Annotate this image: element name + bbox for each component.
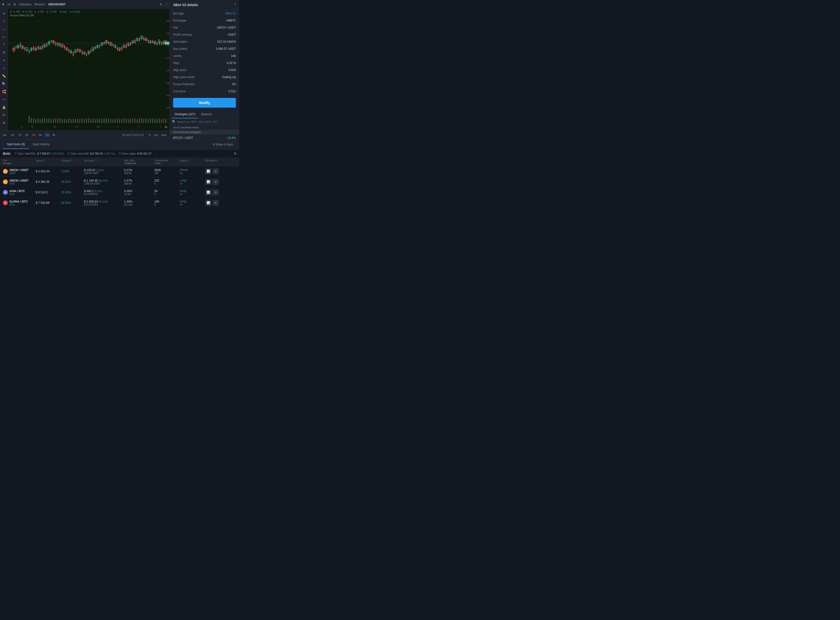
pair-type: DCA xyxy=(9,193,25,196)
change-pct: (+0.13%) xyxy=(69,10,80,13)
pair-type: DCA xyxy=(9,203,28,206)
high-price-mode-val: Trailing Up xyxy=(222,75,236,79)
col-transactions: Transactions Levels xyxy=(154,159,179,164)
tab-strategies[interactable]: Strategies (427) xyxy=(172,111,198,118)
lock-tool[interactable]: ✂ xyxy=(1,96,7,102)
pct-btn[interactable]: % xyxy=(148,133,152,137)
svg-rect-253 xyxy=(123,119,124,123)
value-cell: $ 4 025.44 xyxy=(36,170,60,173)
chart-action-btn[interactable]: 📊 xyxy=(205,189,211,196)
profit-help[interactable]: ⓘ xyxy=(68,152,70,155)
avg-cell: 0.26% 1m 6d xyxy=(124,190,154,196)
svg-rect-252 xyxy=(121,119,122,123)
text-tool[interactable]: T xyxy=(1,42,7,48)
hide-tool[interactable]: 🔒 xyxy=(1,104,7,110)
pair-name: AGIX / BTC xyxy=(9,190,25,193)
settings-tool[interactable]: ⚙ xyxy=(1,120,7,126)
step-val: 0.32 % xyxy=(227,61,236,65)
tf-1m[interactable]: 1m xyxy=(9,133,15,137)
horizontal-line-tool[interactable]: — xyxy=(1,26,7,32)
svg-text:2: 2 xyxy=(117,125,118,128)
chart-action-btn[interactable]: 📊 xyxy=(205,168,211,175)
tabs-bar: Spot bots (9) Spot history $ Share & Ear… xyxy=(0,139,239,150)
recommended-label: Recommended strategies xyxy=(170,130,239,134)
pump-protection-label: Pump Protection xyxy=(173,83,195,86)
actions-cell: 📊 ⊘ xyxy=(205,168,227,175)
draw-tool[interactable]: ✏ xyxy=(1,34,7,40)
svg-text:4: 4 xyxy=(160,125,161,128)
svg-rect-241 xyxy=(97,119,98,123)
candlestick-btn[interactable]: ⊞ xyxy=(14,3,16,6)
svg-rect-239 xyxy=(93,119,93,123)
chart-action-btn[interactable]: 📊 xyxy=(205,179,211,185)
profit-cell: $ 2 600.64 55.31% B 0.1137553 xyxy=(84,200,123,206)
backtest-month: Month xyxy=(173,126,181,129)
col-pair: Pair Bot type xyxy=(3,159,35,164)
tab-balance[interactable]: Balance xyxy=(198,111,215,118)
high-price-mode-row: High price mode Trailing Up xyxy=(170,74,239,81)
modify-button[interactable]: Modify xyxy=(173,98,236,108)
svg-rect-268 xyxy=(157,119,157,123)
stop-action-btn[interactable]: ⊘ xyxy=(212,179,219,185)
table-row: A ALPHA / BTC DCA $ 7 526.88 60.08% $ 2 … xyxy=(0,198,239,208)
strat-search: 🔍 xyxy=(170,119,239,125)
settings-icon[interactable]: ⚙ xyxy=(160,3,162,6)
profit-currency-row: Profit currency USDT xyxy=(170,31,239,38)
tab-spot-bots[interactable]: Spot bots (9) xyxy=(3,140,29,149)
log-btn[interactable]: log xyxy=(154,133,159,137)
svg-text:0.789: 0.789 xyxy=(165,42,169,44)
stop-action-btn[interactable]: ⊘ xyxy=(212,189,219,196)
avg-cell: 1.34% 1m 11d xyxy=(124,200,154,206)
zoom-tool[interactable]: 🔍 xyxy=(1,81,7,87)
strategy-item[interactable]: BTCST / USDT ↑ 13.5% xyxy=(170,134,239,139)
svg-rect-214 xyxy=(38,118,38,123)
svg-rect-270 xyxy=(161,119,162,123)
svg-rect-263 xyxy=(146,119,146,123)
help-icon[interactable]: ? xyxy=(234,3,236,7)
eye-tool[interactable]: 👁 xyxy=(1,112,7,118)
profit-pct: (+20.7%) xyxy=(104,152,115,155)
chart-settings-icon[interactable]: ⚙ xyxy=(164,125,167,129)
ruler-tool[interactable]: 📏 xyxy=(1,73,7,79)
tf-7d[interactable]: 7d xyxy=(17,133,22,137)
stop-action-btn[interactable]: ⊘ xyxy=(212,168,219,175)
pair-detail-label: Pair xyxy=(173,26,178,29)
svg-rect-257 xyxy=(132,118,133,123)
indicators-btn[interactable]: Indicators xyxy=(19,3,32,6)
tf-6h[interactable]: 6h xyxy=(38,133,43,137)
pair-cell: A ALPHA / BTC DCA xyxy=(3,200,35,206)
filter-button[interactable]: ⊞ xyxy=(234,152,236,155)
sell-orders-val: 517.19 1INCH xyxy=(217,40,236,44)
svg-rect-211 xyxy=(31,118,32,123)
tf-1d[interactable]: 1d xyxy=(31,133,36,137)
tab-spot-history[interactable]: Spot history xyxy=(29,140,53,149)
svg-rect-234 xyxy=(81,119,82,123)
emoji-tool[interactable]: ☺ xyxy=(1,65,7,71)
line-tool[interactable]: ↗ xyxy=(1,18,7,24)
sbot-title: SBot V2 details xyxy=(173,3,198,7)
svg-rect-100 xyxy=(86,53,87,56)
tf-3d[interactable]: 3d xyxy=(24,133,29,137)
col-bot-profit: Bot profit ⓘ xyxy=(84,159,123,164)
tf-1h-active[interactable]: 1h xyxy=(45,133,50,137)
strategy-pct: ↑ 13.5% xyxy=(225,136,236,139)
timeframe-btn[interactable]: 1h xyxy=(8,3,11,6)
tx-cell: 232 0 xyxy=(154,179,179,185)
fullscreen-icon[interactable]: ⛶ xyxy=(164,3,167,6)
fibonacci-tool[interactable]: ⚗ xyxy=(1,49,7,56)
crosshair-tool[interactable]: ✛ xyxy=(1,10,7,17)
pattern-tool[interactable]: ≡ xyxy=(1,57,7,63)
value-help[interactable]: ⓘ xyxy=(119,152,121,155)
chart-action-btn[interactable]: 📊 xyxy=(205,200,211,206)
toolbar-right: ⚙ ⛶ xyxy=(160,3,167,6)
search-input[interactable] xyxy=(177,120,237,123)
right-panel: SBot V2 details ? Bot type SBot V2 Excha… xyxy=(170,0,239,139)
magnet-tool[interactable]: 🧲 xyxy=(1,88,7,95)
tf-sync[interactable]: ⊠ xyxy=(52,133,56,137)
add-tool-btn[interactable]: ✚ xyxy=(2,3,5,6)
share-earn-button[interactable]: $ Share & Earn xyxy=(210,141,236,147)
pnl-help[interactable]: ⓘ xyxy=(14,152,17,155)
auto-btn[interactable]: auto xyxy=(160,133,167,137)
stop-action-btn[interactable]: ⊘ xyxy=(212,200,219,206)
tf-3m[interactable]: 3m xyxy=(2,133,8,137)
